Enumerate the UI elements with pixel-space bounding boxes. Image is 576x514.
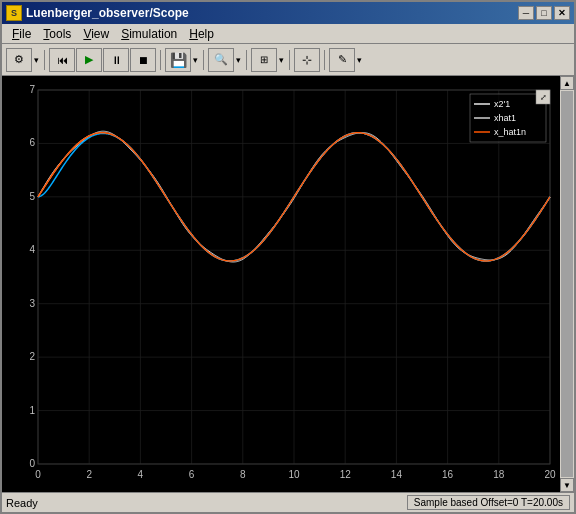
menu-help[interactable]: Help: [183, 25, 220, 43]
status-right: Sample based Offset=0 T=20.00s: [407, 495, 570, 510]
play-button[interactable]: ▶: [76, 48, 102, 72]
status-ready: Ready: [6, 497, 38, 509]
toolbar-sep-4: [246, 50, 247, 70]
right-scrollbar: ▲ ▼: [560, 76, 574, 492]
title-bar: S Luenberger_observer/Scope ─ □ ✕: [2, 2, 574, 24]
toolbar-sep-1: [44, 50, 45, 70]
status-info: Sample based Offset=0 T=20.00s: [414, 497, 563, 508]
settings-dropdown[interactable]: ▾: [33, 55, 40, 65]
zoom-dropdown[interactable]: ▾: [235, 55, 242, 65]
settings-button[interactable]: ⚙: [6, 48, 32, 72]
pause-button[interactable]: ⏸: [103, 48, 129, 72]
scroll-up-button[interactable]: ▲: [560, 76, 574, 90]
minimize-button[interactable]: ─: [518, 6, 534, 20]
window-controls: ─ □ ✕: [518, 6, 570, 20]
autoscale-dropdown[interactable]: ▾: [278, 55, 285, 65]
menu-view[interactable]: View: [77, 25, 115, 43]
scroll-track[interactable]: [561, 91, 573, 477]
menu-file[interactable]: File: [6, 25, 37, 43]
toolbar-sep-3: [203, 50, 204, 70]
toolbar-sep-2: [160, 50, 161, 70]
zoom-button[interactable]: 🔍: [208, 48, 234, 72]
save-dropdown[interactable]: ▾: [192, 55, 199, 65]
cursor-button[interactable]: ⊹: [294, 48, 320, 72]
toolbar-sep-6: [324, 50, 325, 70]
scroll-down-button[interactable]: ▼: [560, 478, 574, 492]
status-bar: Ready Sample based Offset=0 T=20.00s: [2, 492, 574, 512]
window-icon: S: [6, 5, 22, 21]
toolbar-sep-5: [289, 50, 290, 70]
toolbar-group-3: 💾 ▾: [165, 48, 199, 72]
close-button[interactable]: ✕: [554, 6, 570, 20]
edit-dropdown[interactable]: ▾: [356, 55, 363, 65]
stop-button[interactable]: ⏹: [130, 48, 156, 72]
toolbar-group-6: ✎ ▾: [329, 48, 363, 72]
autoscale-button[interactable]: ⊞: [251, 48, 277, 72]
maximize-button[interactable]: □: [536, 6, 552, 20]
toolbar: ⚙ ▾ ⏮ ▶ ⏸ ⏹ 💾 ▾ 🔍 ▾ ⊞ ▾ ⊹ ✎ ▾: [2, 44, 574, 76]
plot-wrapper: [2, 76, 560, 492]
toolbar-group-2: ⏮ ▶ ⏸ ⏹: [49, 48, 156, 72]
menu-tools[interactable]: Tools: [37, 25, 77, 43]
toolbar-group-5: ⊞ ▾: [251, 48, 285, 72]
toolbar-group-4: 🔍 ▾: [208, 48, 242, 72]
content-area: ▲ ▼: [2, 76, 574, 492]
status-left: Ready: [6, 497, 407, 509]
menu-bar: File Tools View Simulation Help: [2, 24, 574, 44]
rewind-button[interactable]: ⏮: [49, 48, 75, 72]
edit-button[interactable]: ✎: [329, 48, 355, 72]
scope-canvas: [2, 76, 560, 492]
main-window: S Luenberger_observer/Scope ─ □ ✕ File T…: [0, 0, 576, 514]
save-button[interactable]: 💾: [165, 48, 191, 72]
menu-simulation[interactable]: Simulation: [115, 25, 183, 43]
window-title: Luenberger_observer/Scope: [26, 6, 518, 20]
toolbar-group-1: ⚙ ▾: [6, 48, 40, 72]
